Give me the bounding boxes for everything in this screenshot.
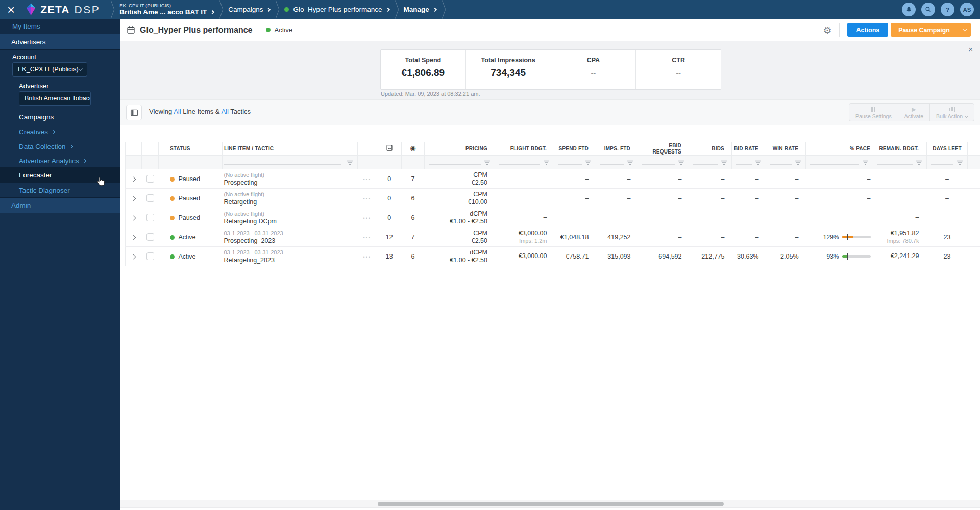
row-checkbox[interactable]	[146, 214, 154, 221]
avatar[interactable]: AS	[960, 3, 974, 16]
filter-input-spend-ftd[interactable]	[554, 156, 596, 169]
row-checkbox[interactable]	[146, 175, 154, 183]
breadcrumb-campaigns[interactable]: Campaigns	[228, 6, 270, 13]
expand-row-icon[interactable]	[131, 235, 136, 240]
sidebar-item-forecaster-highlight	[0, 167, 120, 183]
sidebar-item-my-items[interactable]: My Items	[0, 19, 120, 34]
sidebar-item-creatives[interactable]: Creatives	[19, 128, 55, 136]
sidebar-item-advertisers[interactable]: Advertisers	[0, 34, 120, 50]
settings-gear-icon[interactable]: ⚙	[823, 24, 831, 36]
notifications-button[interactable]	[902, 3, 916, 16]
banner-close-icon[interactable]: ×	[968, 45, 973, 53]
filter-input-bids[interactable]	[689, 156, 732, 169]
col-header-ebid-requests[interactable]: EBID REQUESTS	[638, 142, 689, 156]
line-items-filter-link[interactable]: All	[174, 108, 181, 115]
line-item-name[interactable]: Prospecting_2023	[224, 237, 358, 245]
sidebar-item-admin[interactable]: Admin	[0, 197, 120, 213]
zeta-dsp-logo[interactable]: ZETA DSP	[25, 3, 100, 16]
breadcrumb-manage[interactable]: Manage	[404, 6, 436, 13]
row-checkbox[interactable]	[146, 233, 154, 241]
filter-input-pace[interactable]	[806, 156, 873, 169]
close-nav-icon[interactable]: ×	[7, 2, 15, 17]
col-header-tactics[interactable]: ◉	[402, 142, 425, 156]
checkbox-cell	[142, 189, 159, 208]
row-checkbox[interactable]	[146, 194, 154, 202]
col-header-pace[interactable]: % PACE	[806, 142, 873, 156]
sidebar-item-data-collection[interactable]: Data Collection	[19, 143, 72, 150]
col-header-spend-ftd[interactable]: SPEND FTD	[554, 142, 596, 156]
win-rate-cell: –	[766, 189, 806, 208]
sidebar-item-advertiser-analytics[interactable]: Advertiser Analytics	[19, 157, 86, 165]
col-header-creatives[interactable]	[377, 142, 402, 156]
filter-input-pricing[interactable]	[425, 156, 495, 169]
account-select[interactable]: EK_CPX IT (Publicis)	[12, 62, 87, 76]
tactics-filter-link[interactable]: All	[221, 108, 228, 115]
breadcrumb-separator	[217, 0, 225, 19]
column-settings-button[interactable]	[126, 105, 142, 120]
select-all-column[interactable]	[142, 142, 159, 156]
col-header-days-left[interactable]: DAYS LEFT	[927, 142, 968, 156]
line-item-name[interactable]: Retargeting DCpm	[224, 218, 358, 225]
col-header-line-item[interactable]: LINE ITEM / TACTIC	[223, 142, 358, 156]
pause-campaign-dropdown-button[interactable]	[958, 23, 971, 37]
col-header-bid-rate[interactable]: BID RATE	[732, 142, 766, 156]
expand-row-icon[interactable]	[131, 196, 136, 201]
expand-row-icon[interactable]	[131, 176, 136, 182]
filter-input-imps-ftd[interactable]	[596, 156, 638, 169]
line-item-row[interactable]: Paused (No active flight) Retargeting DC…	[126, 208, 980, 227]
line-item-row[interactable]: Paused (No active flight) Prospecting ••…	[126, 169, 980, 189]
filter-input-ebid-requests[interactable]	[638, 156, 689, 169]
sidebar-item-forecaster[interactable]: Forecaster	[19, 171, 52, 179]
line-item-row[interactable]: Paused (No active flight) Retargeting ••…	[126, 189, 980, 208]
col-header-remain-bdgt[interactable]: REMAIN. BDGT.	[873, 142, 927, 156]
imps-ftd-cell: 419,252	[596, 227, 638, 247]
col-header-win-rate[interactable]: WIN RATE	[766, 142, 806, 156]
pause-campaign-button[interactable]: Pause Campaign	[891, 23, 958, 37]
line-item-name[interactable]: Prospecting	[224, 179, 358, 187]
row-menu-icon[interactable]: •••	[363, 235, 371, 240]
flight-dates: (No active flight)	[224, 191, 358, 198]
line-item-row[interactable]: Active 03-1-2023 - 03-31-2023 Retargetin…	[126, 247, 980, 266]
breadcrumb-advertiser[interactable]: EK_CPX IT (PUBLICIS) British Ame ... acc…	[119, 3, 214, 16]
campaign-status-badge: Active	[266, 26, 292, 34]
horizontal-scrollbar[interactable]	[120, 500, 980, 508]
sidebar-item-campaigns[interactable]: Campaigns	[19, 113, 54, 121]
filter-input-win-rate[interactable]	[766, 156, 806, 169]
activate-button[interactable]: ▶ Activate	[898, 104, 929, 121]
help-button[interactable]: ?	[941, 3, 954, 16]
row-menu-icon[interactable]: •••	[363, 196, 371, 201]
line-item-row[interactable]: Active 03-1-2023 - 03-31-2023 Prospectin…	[126, 227, 980, 247]
row-menu-icon[interactable]: •••	[363, 216, 371, 221]
col-header-flight-bdgt[interactable]: FLIGHT BDGT.	[495, 142, 554, 156]
row-checkbox[interactable]	[146, 252, 154, 260]
col-header-imps-ftd[interactable]: IMPS. FTD	[596, 142, 638, 156]
advertiser-select[interactable]: British American Tobacco B...	[19, 91, 91, 106]
row-menu-icon[interactable]: •••	[363, 254, 371, 260]
expand-all-column[interactable]	[126, 142, 142, 156]
filter-input-remain-bdgt[interactable]	[873, 156, 927, 169]
breadcrumb-campaign[interactable]: Glo_Hyper Plus performance	[284, 6, 389, 13]
navbar-actions: ? AS	[902, 3, 974, 16]
line-item-name[interactable]: Retargeting_2023	[224, 257, 358, 264]
bulk-action-button[interactable]: Bulk Action	[929, 104, 974, 121]
pause-settings-button[interactable]: Pause Settings	[849, 104, 898, 121]
search-button[interactable]	[921, 3, 935, 16]
col-header-pricing[interactable]: PRICING	[425, 142, 495, 156]
filler-cell	[968, 189, 980, 208]
status-dot	[170, 235, 175, 240]
expand-row-icon[interactable]	[131, 254, 136, 259]
sidebar-item-tactic-diagnoser[interactable]: Tactic Diagnoser	[19, 187, 70, 194]
expand-row-icon[interactable]	[131, 215, 136, 220]
row-menu-icon[interactable]: •••	[363, 177, 371, 182]
filter-input-days-left[interactable]	[927, 156, 968, 169]
filter-input-line-item[interactable]	[223, 156, 358, 169]
col-header-status[interactable]: STATUS	[159, 142, 223, 156]
line-item-name[interactable]: Retargeting	[224, 198, 358, 206]
filter-input-bid-rate[interactable]	[732, 156, 766, 169]
filter-input-flight-bdgt[interactable]	[495, 156, 554, 169]
actions-button[interactable]: Actions	[847, 23, 888, 37]
ebid-requests-cell: 694,592	[638, 247, 689, 266]
filter-funnel-icon	[957, 160, 963, 166]
horizontal-scrollbar-thumb[interactable]	[378, 502, 724, 506]
col-header-bids[interactable]: BIDS	[689, 142, 732, 156]
